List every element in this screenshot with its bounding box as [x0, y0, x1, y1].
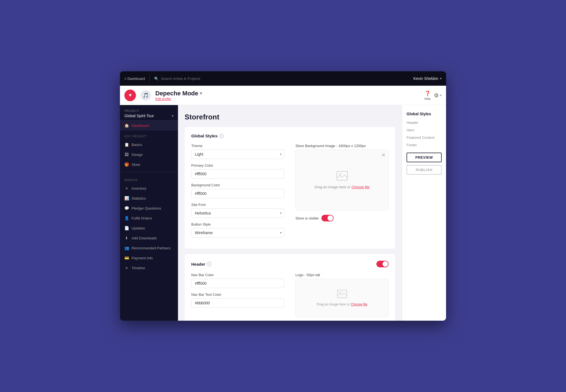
sidebar-divider [120, 172, 178, 172]
svg-point-1 [339, 174, 341, 175]
chevron-down-icon: ▾ [440, 77, 442, 80]
artist-avatar: 🎵 [140, 90, 151, 101]
primary-color-label: Primary Color [191, 163, 284, 168]
user-menu[interactable]: Kevin Sheldon ▾ [413, 76, 442, 81]
button-style-label: Button Style [191, 222, 284, 226]
gear-icon: ⚙ [434, 92, 439, 99]
right-panel-link-hero[interactable]: Hero [407, 128, 442, 132]
button-style-select[interactable]: Wireframe Solid Outline [191, 228, 284, 237]
header-info-icon[interactable]: i [207, 262, 211, 266]
group-icon: 👥 [124, 246, 129, 250]
site-font-label: Site Font [191, 203, 284, 207]
sidebar-item-inventory[interactable]: ≡ Inventory [120, 183, 178, 193]
back-to-dashboard[interactable]: < Dashboard [124, 77, 145, 81]
edit-profile-link[interactable]: Edit profile [155, 97, 202, 101]
logo-choose-file-link[interactable]: Choose file [351, 302, 367, 306]
right-panel-link-footer[interactable]: Footer [407, 143, 442, 147]
sidebar-item-recommended-partners[interactable]: 👥 Recommended Partners [120, 243, 178, 253]
preview-button[interactable]: PREVIEW [407, 153, 442, 162]
chart-icon: 📊 [124, 196, 129, 200]
sidebar-item-timeline[interactable]: ≡ Timeline [120, 263, 178, 273]
artist-name: Depeche Mode ▾ [155, 90, 202, 97]
global-styles-info-icon[interactable]: i [219, 134, 224, 138]
global-styles-card: Global Styles i Theme Light Dark Cus [185, 127, 395, 249]
theme-select[interactable]: Light Dark Custom [191, 150, 284, 159]
background-color-label: Background Color [191, 183, 284, 187]
clipboard-icon: 📋 [124, 142, 129, 147]
upload-icon [337, 290, 347, 300]
svg-rect-0 [337, 171, 347, 180]
sidebar-item-statistics[interactable]: 📊 Statistics [120, 193, 178, 203]
download-icon: ⬇ [124, 236, 129, 240]
choose-file-link[interactable]: Choose file [352, 185, 370, 189]
background-color-input[interactable] [191, 189, 284, 198]
nav-bar-color-label: Nav Bar Color [191, 273, 284, 277]
edit-project-label: EDIT PROJECT [120, 130, 178, 140]
image-icon: 🖼 [124, 152, 129, 157]
header-card-title: Header i [191, 262, 211, 266]
nav-bar-text-color-input[interactable] [191, 298, 284, 308]
svg-rect-2 [337, 290, 347, 298]
sidebar-item-fulfill-orders[interactable]: 👤 Fulfill Orders [120, 213, 178, 223]
home-icon: 🏠 [124, 123, 129, 128]
header-card: Header i Nav Bar Color Nav Bar Text Colo… [185, 254, 395, 321]
person-icon: 👤 [124, 216, 129, 220]
store-visible-label: Store is visible [295, 216, 319, 220]
close-icon[interactable]: ✕ [381, 152, 386, 158]
svg-point-3 [340, 292, 341, 293]
upload-icon [337, 171, 348, 183]
timeline-icon: ≡ [124, 266, 129, 270]
global-styles-title: Global Styles i [191, 134, 389, 138]
sidebar-item-design[interactable]: 🖼 Design [120, 150, 178, 160]
app-brand-logo: ♥ [124, 90, 136, 101]
sidebar-item-dashboard[interactable]: 🏠 Dashboard [120, 121, 178, 130]
store-visible-toggle[interactable] [321, 215, 334, 221]
logo-label: Logo - 50px tall [295, 273, 389, 277]
help-button[interactable]: ❓ Help [424, 90, 431, 100]
settings-button[interactable]: ⚙ ▾ [434, 92, 442, 99]
document-icon: 📄 [124, 226, 129, 230]
logo-upload[interactable]: Drag an image here or Choose file [295, 279, 389, 317]
help-icon: ❓ [424, 90, 431, 96]
site-font-select[interactable]: Helvetica Arial Georgia [191, 208, 284, 218]
bg-image-label: Store Background Image - 1600px x 1200px [295, 144, 389, 148]
sidebar-item-pledger-questions[interactable]: 💬 Pledger Questions [120, 203, 178, 213]
search-bar[interactable]: 🔍 Search Artists & Projects [154, 77, 409, 81]
chevron-down-icon: ▾ [440, 93, 442, 97]
right-panel-link-header[interactable]: Header [407, 121, 442, 125]
publish-button[interactable]: PUBLISH [407, 165, 442, 175]
chevron-down-icon[interactable]: ▾ [200, 91, 202, 96]
project-selector[interactable]: PROJECT: Global Spirit Tour ▾ [120, 105, 178, 121]
gift-icon: 🎁 [124, 162, 129, 167]
nav-divider [150, 75, 150, 82]
nav-bar-color-input[interactable] [191, 279, 284, 288]
sidebar-item-updates[interactable]: 📄 Updates [120, 223, 178, 233]
chat-icon: 💬 [124, 206, 129, 210]
list-icon: ≡ [124, 186, 129, 190]
payment-icon: 💳 [124, 256, 129, 260]
theme-label: Theme [191, 144, 284, 148]
sidebar-item-payment-info[interactable]: 💳 Payment Info [120, 253, 178, 263]
sidebar-item-add-downloads[interactable]: ⬇ Add Downloads [120, 233, 178, 243]
right-panel: Global Styles Header Hero Featured Conte… [402, 105, 446, 321]
chevron-down-icon: ▾ [172, 114, 174, 118]
sidebar-item-store[interactable]: 🎁 Store [120, 160, 178, 169]
nav-bar-text-color-label: Nav Bar Text Color [191, 292, 284, 297]
bg-image-upload[interactable]: ✕ Drag an image here or [295, 150, 389, 210]
page-title: Storefront [185, 113, 395, 121]
header-toggle[interactable] [376, 261, 389, 267]
right-panel-link-featured-content[interactable]: Featured Content [407, 135, 442, 140]
search-icon: 🔍 [154, 77, 159, 81]
primary-color-input[interactable] [191, 169, 284, 179]
sidebar-item-basics[interactable]: 📋 Basics [120, 140, 178, 150]
right-panel-title: Global Styles [407, 112, 442, 116]
